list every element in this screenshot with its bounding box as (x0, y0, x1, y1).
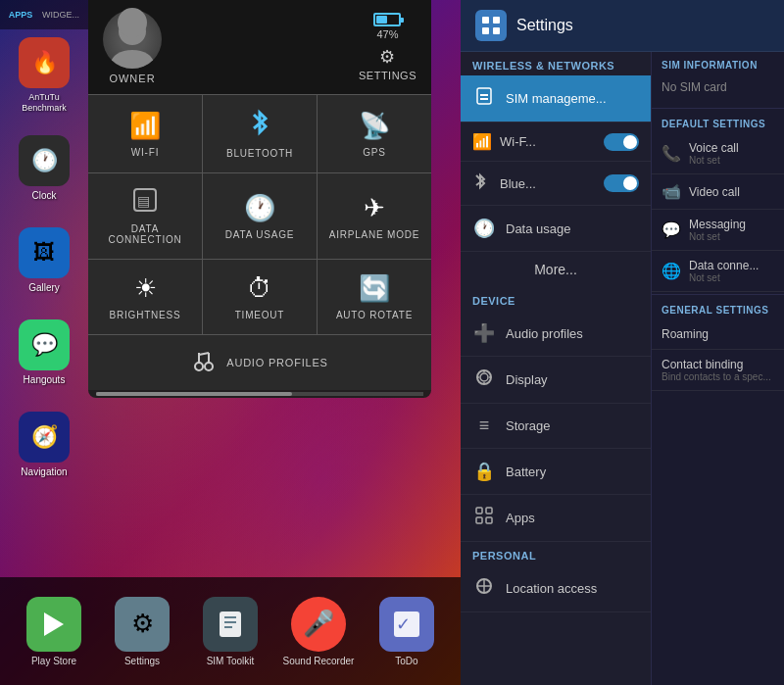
apps-tab[interactable]: APPS (9, 10, 33, 20)
data-usage-label: DATA USAGE (225, 229, 294, 240)
wifi-settings-icon: 📶 (472, 132, 492, 151)
messaging-icon: 💬 (662, 220, 681, 239)
apps-item[interactable]: Apps (461, 495, 651, 542)
voice-call-item[interactable]: 📞 Voice call Not set (652, 133, 784, 174)
roaming-title: Roaming (662, 327, 774, 341)
sim-toolkit-icon (203, 597, 258, 652)
svg-text:▤: ▤ (137, 193, 150, 209)
gps-tile[interactable]: 📡 GPS (318, 95, 431, 172)
audio-profiles-settings-label: Audio profiles (506, 326, 583, 341)
settings-gear-icon: ⚙ (379, 46, 395, 68)
quick-settings-panel: OWNER 47% ⚙ SETTINGS 📶 WI-FI (88, 0, 431, 398)
dock-settings[interactable]: ⚙ Settings (103, 597, 181, 666)
clock-label: Clock (31, 190, 56, 201)
sim-management-item[interactable]: SIM manageme... (461, 75, 651, 122)
display-label: Display (506, 372, 548, 387)
qs-grid: 📶 WI-FI BLUETOOTH 📡 GPS ▤ DATA CONNECTIO… (88, 94, 431, 334)
battery-tile[interactable]: 47% (373, 13, 401, 40)
wifi-toggle[interactable] (604, 133, 639, 151)
app-icon-hangouts[interactable]: 💬 Hangouts (6, 308, 82, 396)
no-sim-card: No SIM card (662, 76, 774, 98)
timeout-icon: ⏱ (247, 273, 272, 304)
storage-item[interactable]: ≡ Storage (461, 404, 651, 449)
dock-todo[interactable]: ✓ ToDo (368, 597, 446, 666)
location-label: Location access (506, 581, 597, 596)
svg-rect-32 (486, 517, 492, 523)
storage-label: Storage (506, 418, 551, 433)
battery-item[interactable]: 🔒 Battery (461, 449, 651, 495)
device-label: DEVICE (461, 287, 651, 311)
svg-line-8 (199, 353, 209, 355)
data-usage-settings-label: Data usage (506, 221, 571, 236)
contact-binding-item[interactable]: Contact binding Bind contacts to a spec.… (652, 350, 784, 391)
audio-profiles-item[interactable]: ➕ Audio profiles (461, 311, 651, 357)
audio-profiles-icon (191, 347, 217, 378)
settings-panel: Settings WIRELESS & NETWORKS SIM managem… (461, 0, 784, 685)
audio-profiles-settings-icon: ➕ (472, 322, 496, 344)
data-conn-item[interactable]: 🌐 Data conne... Not set (652, 251, 784, 292)
gps-label: GPS (363, 147, 386, 158)
svg-rect-30 (486, 508, 492, 514)
scroll-indicator (96, 392, 423, 396)
brightness-tile[interactable]: ☀ BRIGHTNESS (88, 260, 202, 334)
default-settings-label: DEFAULT SETTINGS (652, 111, 784, 133)
wifi-row[interactable]: 📶 Wi-F... (461, 122, 651, 162)
video-call-item[interactable]: 📹 Video call (652, 174, 784, 210)
settings-dock-label: Settings (124, 656, 160, 666)
svg-point-0 (119, 18, 146, 45)
contact-binding-title: Contact binding (662, 358, 774, 371)
hangouts-icon: 💬 (19, 319, 70, 370)
wifi-tile[interactable]: 📶 WI-FI (88, 95, 202, 172)
app-icon-gallery[interactable]: 🖼 Gallery (6, 216, 82, 304)
bluetooth-toggle[interactable] (604, 174, 639, 192)
settings-right-column: SIM INFORMATION No SIM card DEFAULT SETT… (652, 52, 784, 685)
settings-header-icon (475, 10, 507, 41)
timeout-tile[interactable]: ⏱ TIMEOUT (203, 260, 317, 334)
dock-sim-toolkit[interactable]: SIM Toolkit (191, 597, 270, 666)
app-icon-antutu[interactable]: 🔥 AnTuTuBenchmark (6, 31, 82, 120)
play-store-label: Play Store (31, 656, 76, 666)
svg-point-24 (480, 373, 488, 381)
data-usage-item[interactable]: 🕐 Data usage (461, 206, 651, 252)
hangouts-label: Hangouts (24, 374, 66, 385)
divider-2 (652, 294, 784, 295)
more-link[interactable]: More... (461, 252, 651, 287)
dock-play-store[interactable]: Play Store (15, 597, 93, 666)
user-avatar-wrap[interactable]: OWNER (103, 10, 162, 84)
data-usage-icon: 🕐 (244, 193, 275, 223)
divider-1 (652, 108, 784, 109)
svg-rect-11 (224, 616, 236, 618)
todo-icon: ✓ (379, 597, 434, 652)
bluetooth-icon (248, 109, 271, 142)
audio-profiles-tile[interactable]: AUDIO PROFILES (88, 334, 431, 390)
roaming-item[interactable]: Roaming (652, 319, 784, 350)
gallery-label: Gallery (28, 282, 60, 293)
data-usage-tile[interactable]: 🕐 DATA USAGE (203, 173, 317, 259)
bluetooth-tile[interactable]: BLUETOOTH (203, 95, 317, 172)
widgets-tab[interactable]: WIDGE... (42, 10, 79, 20)
settings-shortcut[interactable]: ⚙ SETTINGS (359, 46, 416, 81)
qs-header: OWNER 47% ⚙ SETTINGS (88, 0, 431, 94)
dock-sound-recorder[interactable]: 🎤 Sound Recorder (279, 597, 358, 666)
data-connection-tile[interactable]: ▤ DATA CONNECTION (88, 173, 202, 259)
settings-header: Settings (461, 0, 784, 52)
bluetooth-row[interactable]: Blue... (461, 162, 651, 206)
svg-text:✓: ✓ (396, 614, 411, 634)
app-icon-navigation[interactable]: 🧭 Navigation (6, 400, 82, 488)
auto-rotate-tile[interactable]: 🔄 AUTO ROTATE (318, 260, 431, 334)
airplane-tile[interactable]: ✈ AIRPLANE MODE (318, 173, 431, 259)
app-icon-clock[interactable]: 🕐 Clock (6, 123, 82, 212)
display-item[interactable]: Display (461, 357, 651, 404)
data-connection-icon: ▤ (132, 187, 158, 218)
sound-recorder-icon: 🎤 (291, 597, 346, 652)
messaging-item[interactable]: 💬 Messaging Not set (652, 210, 784, 251)
bluetooth-settings-label: Blue... (500, 176, 596, 191)
left-panel: APPS WIDGE... 🔥 AnTuTuBenchmark 🕐 Clock … (0, 0, 461, 685)
wifi-label: WI-FI (131, 147, 159, 158)
location-item[interactable]: Location access (461, 565, 651, 612)
clock-icon: 🕐 (19, 135, 70, 186)
svg-rect-31 (476, 517, 482, 523)
battery-label: Battery (506, 465, 546, 479)
bluetooth-settings-icon (472, 171, 492, 195)
top-bar: APPS WIDGE... (0, 0, 88, 29)
